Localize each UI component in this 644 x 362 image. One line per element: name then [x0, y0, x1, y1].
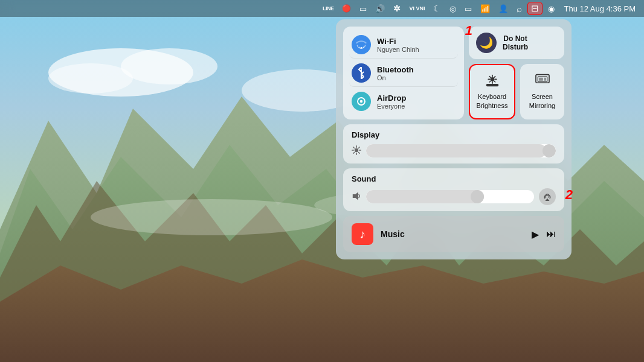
svg-rect-24	[539, 78, 543, 81]
sound-label: Sound	[352, 174, 556, 183]
menu-bar: LINE 🔴 ▭ 🔊 ✲ VI VNI ☾ ◎ ▭ 📶 👤 ⌕ ⊟ ◉ Thu …	[0, 0, 644, 17]
bluetooth-icon	[352, 63, 371, 83]
music-section: ♪ Music ▶ ⏭	[343, 216, 564, 252]
airdrop-label: AirDrop	[377, 94, 406, 103]
wifi-item[interactable]: Wi-Fi Nguyen Chinh	[349, 31, 458, 59]
airdrop-menu-icon[interactable]: ◎	[446, 2, 459, 15]
svg-line-33	[359, 147, 360, 148]
bluetooth-sublabel: On	[377, 74, 414, 81]
svg-rect-21	[486, 84, 498, 86]
svg-point-3	[48, 63, 133, 94]
music-app-icon: ♪	[352, 223, 373, 245]
cc-bottom-tiles: Keyboard Brightness Screen Mirrorin	[469, 64, 564, 119]
sound-slider-row	[352, 188, 556, 205]
search-menu-icon[interactable]: ⌕	[514, 2, 525, 15]
keyboard-brightness-label: Keyboard	[478, 92, 506, 101]
music-play-button[interactable]: ▶	[532, 229, 539, 240]
svg-line-18	[494, 81, 495, 82]
bluetooth-menu-icon[interactable]: ✲	[390, 2, 404, 15]
dnd-icon: 🌙	[476, 33, 497, 53]
wifi-text: Wi-Fi Nguyen Chinh	[377, 37, 419, 53]
music-controls: ▶ ⏭	[532, 229, 556, 240]
keyboard-brightness-tile[interactable]: Keyboard Brightness	[469, 64, 515, 119]
airdrop-sublabel: Everyone	[377, 103, 406, 110]
airdrop-icon	[352, 92, 371, 111]
music-skip-button[interactable]: ⏭	[546, 229, 556, 240]
dnd-label2: Disturb	[503, 43, 528, 51]
bluetooth-label: Bluetooth	[377, 65, 414, 74]
screen-mirroring-icon	[535, 74, 550, 90]
annotation-2: 2	[565, 187, 573, 203]
airdrop-item[interactable]: AirDrop Everyone	[349, 88, 458, 115]
svg-line-32	[359, 152, 360, 153]
display-slider-row	[352, 144, 556, 157]
svg-point-9	[91, 199, 332, 235]
screen-capture-icon[interactable]: ▭	[356, 2, 370, 15]
scrobble-icon[interactable]: 🔴	[339, 2, 354, 15]
sound-slider-track[interactable]	[366, 190, 534, 203]
cc-right-col: 🌙 Do Not Disturb	[469, 27, 564, 119]
volume-icon[interactable]: 🔊	[372, 2, 388, 15]
sound-section: Sound	[343, 168, 564, 211]
wifi-sublabel: Nguyen Chinh	[377, 46, 419, 53]
music-title: Music	[381, 229, 524, 239]
cc-top-row: Wi-Fi Nguyen Chinh Bluetooth On	[343, 27, 564, 119]
user-menu-icon[interactable]: 👤	[495, 2, 511, 15]
control-center-panel: Wi-Fi Nguyen Chinh Bluetooth On	[336, 19, 572, 259]
siri-menu-icon[interactable]: ◉	[545, 2, 558, 15]
menu-bar-right-icons: LINE 🔴 ▭ 🔊 ✲ VI VNI ☾ ◎ ▭ 📶 👤 ⌕ ⊟ ◉ Thu …	[320, 2, 639, 15]
moon-icon[interactable]: ☾	[430, 2, 444, 15]
display-brightness-icon	[352, 145, 361, 157]
svg-line-20	[489, 81, 491, 82]
battery-menu-icon[interactable]: ▭	[462, 2, 475, 15]
svg-line-34	[353, 152, 355, 153]
svg-rect-25	[544, 78, 546, 81]
airplay-button[interactable]	[539, 188, 556, 205]
do-not-disturb-tile[interactable]: 🌙 Do Not Disturb	[469, 27, 564, 59]
dnd-label: Do Not	[503, 34, 528, 43]
svg-point-26	[355, 148, 358, 151]
svg-line-31	[353, 147, 355, 148]
airdrop-text: AirDrop Everyone	[377, 94, 406, 110]
wifi-label: Wi-Fi	[377, 37, 419, 46]
bluetooth-item[interactable]: Bluetooth On	[349, 60, 458, 87]
screen-mirroring-tile[interactable]: Screen Mirroring	[520, 64, 564, 119]
sound-volume-icon	[352, 191, 361, 203]
display-section: Display	[343, 124, 564, 164]
network-tile: Wi-Fi Nguyen Chinh Bluetooth On	[343, 27, 464, 119]
control-center-menu-icon[interactable]: ⊟	[527, 2, 543, 15]
annotation-1: 1	[465, 23, 472, 39]
keyboard-brightness-icon	[485, 74, 500, 90]
dnd-text: Do Not Disturb	[503, 34, 528, 51]
svg-line-19	[494, 77, 495, 78]
display-slider-track[interactable]	[366, 144, 556, 157]
svg-marker-36	[546, 198, 550, 201]
svg-marker-35	[353, 192, 358, 199]
screen-mirroring-label: Screen	[532, 92, 553, 101]
wifi-icon	[352, 35, 371, 54]
display-label: Display	[352, 130, 556, 139]
vni-icon[interactable]: VI VNI	[406, 2, 428, 15]
svg-point-11	[360, 100, 363, 103]
bluetooth-text: Bluetooth On	[377, 65, 414, 81]
svg-point-2	[121, 48, 217, 84]
menu-bar-datetime: Thu 12 Aug 4:36 PM	[560, 3, 639, 14]
svg-line-17	[489, 77, 491, 78]
wifi-menu-icon[interactable]: 📶	[477, 2, 493, 15]
keyboard-brightness-label2: Brightness	[477, 101, 508, 110]
screen-mirroring-label2: Mirroring	[529, 101, 555, 110]
line-icon[interactable]: LINE	[320, 2, 337, 15]
